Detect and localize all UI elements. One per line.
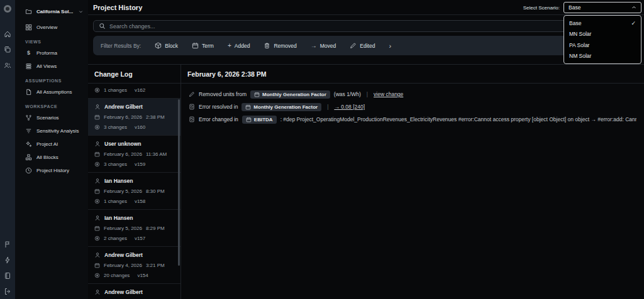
users-icon[interactable]: [4, 62, 11, 69]
sidebar-item-project-history[interactable]: Project History: [25, 166, 84, 175]
pencil-icon: [350, 42, 357, 49]
menu-item-nm-solar[interactable]: NM Solar: [564, 51, 641, 61]
chevron-up-icon: [631, 5, 636, 10]
sidebar-item-label: Sensitivity Analysis: [36, 128, 79, 134]
person-icon: [94, 215, 101, 221]
changelog-title: Change Log: [88, 65, 180, 84]
main-area: Project History Select Scenario: Base Fi…: [88, 0, 644, 299]
version-tag: v162: [135, 87, 145, 93]
changes-count: 1 changes: [104, 198, 127, 204]
calendar-icon: [246, 117, 252, 122]
person-icon: [94, 289, 101, 295]
person-icon: [94, 141, 101, 147]
changelog-entry[interactable]: Ian Hansen February 5, 2026 8:29 PM 2 ch…: [88, 210, 180, 247]
block-chip[interactable]: EBITDA: [242, 116, 277, 124]
calendar-icon: [245, 104, 251, 110]
block-chip-label: Monthly Generation Factor: [253, 104, 318, 110]
dollar-icon: $: [25, 50, 32, 57]
app-logo-icon[interactable]: [4, 5, 11, 13]
projects-icon[interactable]: [4, 46, 11, 53]
version-icon: [94, 198, 100, 204]
sidebar-item-overview[interactable]: Overview: [25, 23, 84, 31]
section-title-assumptions: ASSUMPTIONS: [25, 79, 84, 83]
menu-item-mn-solar[interactable]: MN Solar: [564, 29, 641, 39]
plus-icon: +: [228, 43, 231, 49]
divider: |: [327, 104, 328, 110]
entry-date: February 5, 2026: [104, 188, 142, 194]
version-tag: v159: [135, 161, 145, 167]
changelog-scrollbar[interactable]: [178, 99, 180, 266]
sidebar-item-label: Proforma: [36, 50, 57, 56]
scenario-select-value: Base: [569, 4, 580, 11]
logout-icon[interactable]: [4, 288, 11, 295]
calendar-icon: [94, 151, 100, 157]
blocks-icon: [25, 154, 32, 161]
page-title: Project History: [93, 4, 142, 11]
sidebar-item-label: Scenarios: [36, 115, 59, 121]
version-tag: v154: [137, 273, 148, 278]
change-row: Error changed in EBITDA : #dep Project_O…: [189, 114, 636, 124]
filter-moved[interactable]: → Moved: [311, 43, 336, 49]
view-change-link[interactable]: view change: [374, 91, 403, 97]
version-icon: [94, 124, 100, 130]
filter-removed[interactable]: Removed: [264, 42, 296, 49]
version-icon: [94, 273, 100, 278]
filter-term-label: Term: [202, 43, 214, 49]
entry-author: Andrew Gilbert: [104, 252, 143, 258]
home-icon[interactable]: [4, 30, 11, 38]
flag-icon[interactable]: [4, 241, 11, 248]
sidebar-item-sensitivity-analysis[interactable]: Sensitivity Analysis: [25, 126, 84, 135]
search-input[interactable]: [109, 23, 633, 30]
sidebar-item-project-ai[interactable]: Project AI: [25, 139, 84, 148]
entry-date: February 5, 2026: [104, 226, 142, 231]
changelog-entry-partial[interactable]: 1 changes v162: [88, 84, 180, 99]
filter-block-label: Block: [165, 43, 178, 49]
changelog-entry[interactable]: Andrew Gilbert February 4, 2026 3:21 PM …: [88, 247, 180, 284]
book-icon[interactable]: [4, 272, 11, 280]
filter-block[interactable]: Block: [155, 42, 178, 49]
section-title-views: VIEWS: [25, 40, 84, 44]
project-switcher[interactable]: California Sol...: [25, 6, 84, 16]
sidebar-item-all-views[interactable]: All Views: [25, 62, 84, 70]
menu-item-label: PA Solar: [569, 42, 589, 48]
filter-added[interactable]: + Added: [228, 43, 250, 49]
chevron-right-icon[interactable]: ›: [389, 42, 391, 50]
search-bar[interactable]: [93, 20, 639, 32]
resolved-value-link[interactable]: → 0.08 [240]: [334, 104, 365, 110]
changelog-entry[interactable]: User unknown February 6, 2026 11:36 AM 3…: [88, 136, 180, 173]
app-window: California Sol... Overview VIEWS $ Profo…: [0, 0, 644, 299]
person-icon: [94, 178, 101, 184]
calendar-icon: [192, 42, 199, 49]
sidebar-item-label: Overview: [36, 24, 57, 30]
filter-removed-label: Removed: [274, 43, 296, 49]
changelog-entry[interactable]: Andrew Gilbert February 6, 2026 2:38 PM …: [88, 99, 180, 136]
entry-date: February 6, 2026: [104, 151, 142, 157]
sidebar-item-all-blocks[interactable]: All Blocks: [25, 153, 84, 161]
block-chip[interactable]: Monthly Generation Factor: [242, 103, 321, 111]
icon-rail: [0, 0, 15, 299]
sidebar-item-proforma[interactable]: $ Proforma: [25, 48, 84, 57]
version-tag: v157: [135, 236, 145, 241]
menu-item-base[interactable]: Base ✓: [564, 18, 641, 28]
zap-icon[interactable]: [4, 256, 11, 264]
block-chip[interactable]: Monthly Generation Factor: [250, 90, 330, 99]
entry-time: 3:21 PM: [146, 263, 165, 268]
sidebar-item-all-assumptions[interactable]: All Assumptions: [25, 87, 84, 96]
calendar-icon: [94, 188, 100, 194]
sidebar-item-scenarios[interactable]: Scenarios: [25, 113, 84, 122]
entry-author: Ian Hansen: [104, 178, 133, 184]
version-icon: [94, 161, 100, 167]
filter-edited[interactable]: Edited: [350, 42, 375, 49]
scenario-select[interactable]: Base: [564, 2, 641, 13]
project-name: California Sol...: [36, 9, 73, 14]
filter-term[interactable]: Term: [192, 42, 214, 49]
funnel-lines-icon: [25, 128, 32, 134]
filter-moved-label: Moved: [320, 43, 336, 49]
changelog-entry[interactable]: Ian Hansen February 5, 2026 8:30 PM 1 ch…: [88, 173, 180, 210]
changelog-entry-partial[interactable]: Andrew Gilbert: [88, 284, 180, 299]
detail-panel: February 6, 2026 2:38 PM Removed units f…: [181, 65, 644, 299]
menu-item-pa-solar[interactable]: PA Solar: [564, 40, 641, 50]
calendar-icon: [94, 114, 100, 120]
changelog-panel: Change Log 1 changes v162 Andrew Gilbert: [88, 65, 181, 299]
change-action: Error changed in: [199, 116, 238, 122]
